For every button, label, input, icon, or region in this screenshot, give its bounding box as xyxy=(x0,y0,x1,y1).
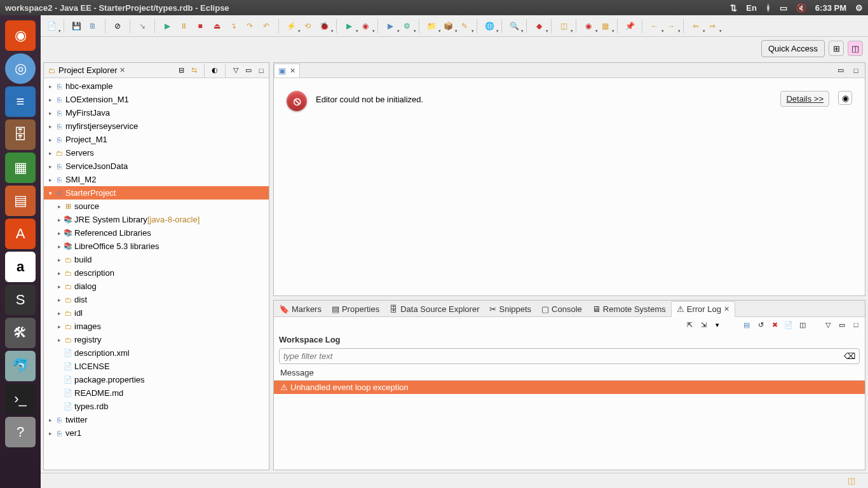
external-tools-button[interactable]: ⚙ xyxy=(400,19,414,33)
tree-node[interactable]: 📄types.rdb xyxy=(44,400,269,413)
tree-node[interactable]: 📄package.properties xyxy=(44,373,269,386)
forward-button[interactable]: → xyxy=(664,19,678,33)
bluetooth-icon[interactable]: ᚼ xyxy=(766,3,771,13)
tree-node[interactable]: ▸⎘ServiceJsonData xyxy=(44,159,269,173)
view-menu-bottom-icon[interactable]: ▽ xyxy=(823,320,833,330)
search-button[interactable]: 🔍 xyxy=(507,19,521,33)
project-tree[interactable]: ▸⎘hbc-example▸⎘LOExtension_M1▸⎘MyFirstJa… xyxy=(44,78,269,470)
tree-node[interactable]: ▸🗀dist xyxy=(44,293,269,306)
save-all-button[interactable]: 🗎 xyxy=(86,19,100,33)
editor-tab-types-rdb[interactable]: ▣ ✕ xyxy=(274,64,300,78)
build-button[interactable]: ↘ xyxy=(135,19,149,33)
message-column-header[interactable]: Message xyxy=(274,365,865,381)
tree-node[interactable]: ▸📚LibreOffice 5.3 libraries xyxy=(44,240,269,253)
step-over-button[interactable]: ↷ xyxy=(243,19,257,33)
restore-log-icon[interactable]: ↺ xyxy=(756,320,766,330)
battery-icon[interactable]: ▭ xyxy=(780,3,787,13)
settings-icon[interactable]: 🛠 xyxy=(5,318,36,348)
collapse-all-icon[interactable]: ⊟ xyxy=(176,65,186,76)
mysql-icon[interactable]: 🐬 xyxy=(5,351,36,381)
tree-node[interactable]: ▸📚JRE System Library [java-8-oracle] xyxy=(44,213,269,226)
clock[interactable]: 6:33 PM xyxy=(815,3,846,13)
run-last-button[interactable]: ▶ xyxy=(383,19,397,33)
resume-button[interactable]: ▶ xyxy=(160,19,174,33)
tree-node[interactable]: ▸🗀build xyxy=(44,253,269,266)
open-log-icon[interactable]: ▤ xyxy=(742,320,752,330)
new-project-button[interactable]: 📁 xyxy=(424,19,438,33)
calc-icon[interactable]: ▦ xyxy=(5,152,36,183)
close-view-icon[interactable]: ✕ xyxy=(119,66,125,74)
tree-node[interactable]: ▸🗀dialog xyxy=(44,280,269,293)
disconnect-button[interactable]: ⏏ xyxy=(210,19,224,33)
javaee-perspective-button[interactable]: ◫ xyxy=(848,41,863,56)
step-return-button[interactable]: ↶ xyxy=(259,19,273,33)
maximize-icon[interactable]: □ xyxy=(256,65,266,76)
focus-task-icon[interactable]: ◐ xyxy=(210,65,220,76)
details-button[interactable]: Details >> xyxy=(780,91,829,107)
run-button[interactable]: ▶ xyxy=(342,19,356,33)
new-package-button[interactable]: 📦 xyxy=(441,19,455,33)
tab-console[interactable]: ▢Console xyxy=(536,302,587,316)
back-button[interactable]: ← xyxy=(648,19,661,33)
amazon-icon[interactable]: a xyxy=(5,252,36,282)
coverage-button[interactable]: ◉ xyxy=(358,19,372,33)
skip-breakpoints-button[interactable]: ⊘ xyxy=(111,19,125,33)
activate-icon[interactable]: ◫ xyxy=(797,320,808,330)
perspective-button[interactable]: ◉ xyxy=(581,19,595,33)
export-log-icon[interactable]: ⇱ xyxy=(684,320,695,330)
tab-data-source-explorer[interactable]: 🗄Data Source Explorer xyxy=(384,302,484,316)
filter-field[interactable]: ⌫ xyxy=(279,348,860,364)
tree-node[interactable]: ▸⎘MyFirstJava xyxy=(44,106,269,119)
tree-node[interactable]: ▸🗀Servers xyxy=(44,146,269,159)
new-wizard-button[interactable]: ✎ xyxy=(458,19,471,33)
tab-markers[interactable]: 🔖Markers xyxy=(274,302,327,316)
tree-node[interactable]: ▸🗀registry xyxy=(44,333,269,346)
tree-node[interactable]: ▸⎘Project_M1 xyxy=(44,133,269,146)
gear-icon[interactable]: ⚙ xyxy=(855,3,863,13)
maximize-editor-icon[interactable]: □ xyxy=(851,65,861,76)
help-icon[interactable]: ? xyxy=(5,417,36,447)
tree-node[interactable]: ▸⎘SMI_M2 xyxy=(44,173,269,186)
dash-icon[interactable]: ◉ xyxy=(5,20,36,51)
minimize-bottom-icon[interactable]: ▭ xyxy=(837,320,847,330)
close-tab-icon[interactable]: ✕ xyxy=(724,305,729,313)
view-button[interactable]: ▦ xyxy=(598,19,612,33)
tree-node[interactable]: ▸🗀idl xyxy=(44,306,269,320)
network-icon[interactable]: ⇅ xyxy=(730,3,737,13)
tree-node[interactable]: ▸⎘ver1 xyxy=(44,426,269,440)
files-icon[interactable]: 🗄 xyxy=(5,119,36,150)
step-into-button[interactable]: ↴ xyxy=(226,19,240,33)
tree-node[interactable]: ▸⎘myfirstjerseyservice xyxy=(44,119,269,133)
error-action-button[interactable]: ◉ xyxy=(838,91,852,105)
tree-node[interactable]: 📄description.xml xyxy=(44,346,269,360)
tab-remote-systems[interactable]: 🖥Remote Systems xyxy=(587,302,671,316)
minimize-icon[interactable]: ▭ xyxy=(243,65,254,76)
nav-forward-button[interactable]: ⇒ xyxy=(705,19,719,33)
tree-node[interactable]: ▸⎘hbc-example xyxy=(44,79,269,93)
clear-filter-icon[interactable]: ⌫ xyxy=(844,351,855,361)
tree-node[interactable]: ▸📚Referenced Libraries xyxy=(44,226,269,240)
open-browser-button[interactable]: 🌐 xyxy=(482,19,496,33)
delete-log-icon[interactable]: ✖ xyxy=(770,320,780,330)
filter-menu-icon[interactable]: ▾ xyxy=(712,320,722,330)
terminate-button[interactable]: ■ xyxy=(193,19,207,33)
open-perspective-button[interactable]: ⊞ xyxy=(829,41,844,56)
tree-node[interactable]: 📄LICENSE xyxy=(44,360,269,373)
tab-properties[interactable]: ▤Properties xyxy=(327,302,384,316)
tree-node[interactable]: ▸⎘twitter xyxy=(44,413,269,426)
tree-node[interactable]: ▸🗀images xyxy=(44,320,269,333)
tab-error-log[interactable]: ⚠Error Log ✕ xyxy=(671,301,735,317)
import-log-icon[interactable]: ⇲ xyxy=(698,320,709,330)
status-icon[interactable]: ◫ xyxy=(848,476,855,485)
view-menu-icon[interactable]: ▽ xyxy=(231,65,241,76)
tree-node[interactable]: ▸⎘LOExtension_M1 xyxy=(44,93,269,106)
terminal-icon[interactable]: ›_ xyxy=(5,384,36,414)
annotation-button[interactable]: ◫ xyxy=(557,19,571,33)
writer-icon[interactable]: ≡ xyxy=(5,86,36,117)
server-button[interactable]: ⚡ xyxy=(284,19,298,33)
minimize-editor-icon[interactable]: ▭ xyxy=(836,65,846,76)
new-button[interactable]: 📄 xyxy=(44,19,58,33)
sublime-icon[interactable]: S xyxy=(5,285,36,315)
language-indicator[interactable]: En xyxy=(746,3,757,13)
maximize-bottom-icon[interactable]: □ xyxy=(851,320,861,330)
